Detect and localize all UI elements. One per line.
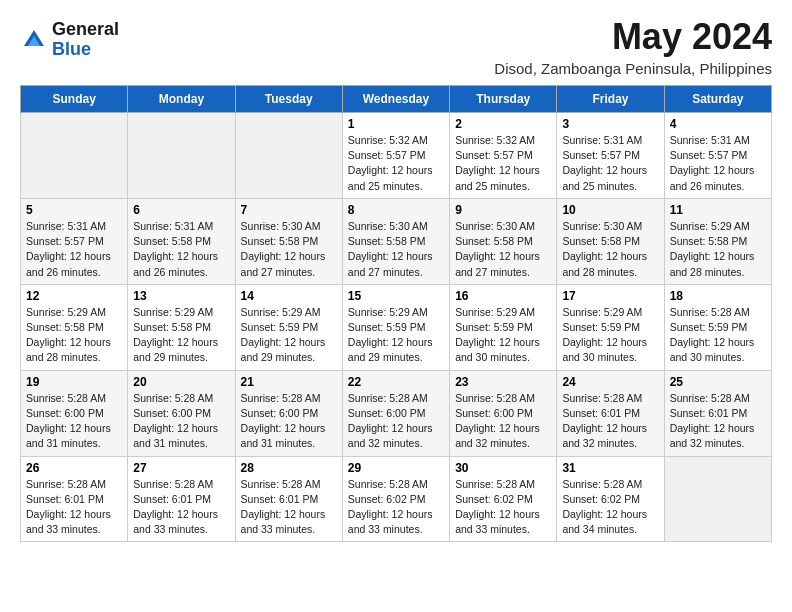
cell-info: Sunrise: 5:29 AMSunset: 5:59 PMDaylight:… bbox=[455, 305, 551, 366]
cell-info: Sunrise: 5:30 AMSunset: 5:58 PMDaylight:… bbox=[241, 219, 337, 280]
calendar-cell: 21Sunrise: 5:28 AMSunset: 6:00 PMDayligh… bbox=[235, 370, 342, 456]
day-number: 25 bbox=[670, 375, 766, 389]
day-number: 1 bbox=[348, 117, 444, 131]
calendar-cell bbox=[128, 113, 235, 199]
day-number: 24 bbox=[562, 375, 658, 389]
cell-content: 30Sunrise: 5:28 AMSunset: 6:02 PMDayligh… bbox=[455, 461, 551, 538]
calendar-day-header: Thursday bbox=[450, 86, 557, 113]
calendar-day-header: Sunday bbox=[21, 86, 128, 113]
calendar-cell: 14Sunrise: 5:29 AMSunset: 5:59 PMDayligh… bbox=[235, 284, 342, 370]
calendar-cell: 13Sunrise: 5:29 AMSunset: 5:58 PMDayligh… bbox=[128, 284, 235, 370]
calendar-cell: 18Sunrise: 5:28 AMSunset: 5:59 PMDayligh… bbox=[664, 284, 771, 370]
calendar-cell: 17Sunrise: 5:29 AMSunset: 5:59 PMDayligh… bbox=[557, 284, 664, 370]
calendar-cell: 29Sunrise: 5:28 AMSunset: 6:02 PMDayligh… bbox=[342, 456, 449, 542]
cell-content: 4Sunrise: 5:31 AMSunset: 5:57 PMDaylight… bbox=[670, 117, 766, 194]
cell-info: Sunrise: 5:31 AMSunset: 5:57 PMDaylight:… bbox=[562, 133, 658, 194]
cell-content: 27Sunrise: 5:28 AMSunset: 6:01 PMDayligh… bbox=[133, 461, 229, 538]
cell-content: 12Sunrise: 5:29 AMSunset: 5:58 PMDayligh… bbox=[26, 289, 122, 366]
cell-info: Sunrise: 5:31 AMSunset: 5:58 PMDaylight:… bbox=[133, 219, 229, 280]
cell-content: 7Sunrise: 5:30 AMSunset: 5:58 PMDaylight… bbox=[241, 203, 337, 280]
calendar-cell bbox=[235, 113, 342, 199]
cell-content: 18Sunrise: 5:28 AMSunset: 5:59 PMDayligh… bbox=[670, 289, 766, 366]
logo-icon bbox=[20, 26, 48, 54]
calendar-cell: 23Sunrise: 5:28 AMSunset: 6:00 PMDayligh… bbox=[450, 370, 557, 456]
page-container: General Blue May 2024 Disod, Zamboanga P… bbox=[0, 0, 792, 558]
logo-blue: Blue bbox=[52, 40, 119, 60]
cell-content: 16Sunrise: 5:29 AMSunset: 5:59 PMDayligh… bbox=[455, 289, 551, 366]
calendar-cell: 10Sunrise: 5:30 AMSunset: 5:58 PMDayligh… bbox=[557, 198, 664, 284]
calendar-week-row: 26Sunrise: 5:28 AMSunset: 6:01 PMDayligh… bbox=[21, 456, 772, 542]
day-number: 14 bbox=[241, 289, 337, 303]
cell-info: Sunrise: 5:28 AMSunset: 6:02 PMDaylight:… bbox=[455, 477, 551, 538]
cell-info: Sunrise: 5:28 AMSunset: 6:00 PMDaylight:… bbox=[348, 391, 444, 452]
calendar-week-row: 5Sunrise: 5:31 AMSunset: 5:57 PMDaylight… bbox=[21, 198, 772, 284]
cell-content: 29Sunrise: 5:28 AMSunset: 6:02 PMDayligh… bbox=[348, 461, 444, 538]
cell-content: 21Sunrise: 5:28 AMSunset: 6:00 PMDayligh… bbox=[241, 375, 337, 452]
cell-info: Sunrise: 5:31 AMSunset: 5:57 PMDaylight:… bbox=[670, 133, 766, 194]
cell-content: 9Sunrise: 5:30 AMSunset: 5:58 PMDaylight… bbox=[455, 203, 551, 280]
calendar-cell: 19Sunrise: 5:28 AMSunset: 6:00 PMDayligh… bbox=[21, 370, 128, 456]
calendar-day-header: Tuesday bbox=[235, 86, 342, 113]
calendar-cell: 30Sunrise: 5:28 AMSunset: 6:02 PMDayligh… bbox=[450, 456, 557, 542]
cell-content: 6Sunrise: 5:31 AMSunset: 5:58 PMDaylight… bbox=[133, 203, 229, 280]
calendar-week-row: 12Sunrise: 5:29 AMSunset: 5:58 PMDayligh… bbox=[21, 284, 772, 370]
calendar-day-header: Friday bbox=[557, 86, 664, 113]
day-number: 12 bbox=[26, 289, 122, 303]
calendar-cell bbox=[664, 456, 771, 542]
calendar-cell bbox=[21, 113, 128, 199]
cell-info: Sunrise: 5:28 AMSunset: 6:01 PMDaylight:… bbox=[26, 477, 122, 538]
calendar-day-header: Monday bbox=[128, 86, 235, 113]
day-number: 22 bbox=[348, 375, 444, 389]
cell-content: 1Sunrise: 5:32 AMSunset: 5:57 PMDaylight… bbox=[348, 117, 444, 194]
calendar-week-row: 1Sunrise: 5:32 AMSunset: 5:57 PMDaylight… bbox=[21, 113, 772, 199]
cell-content: 23Sunrise: 5:28 AMSunset: 6:00 PMDayligh… bbox=[455, 375, 551, 452]
day-number: 6 bbox=[133, 203, 229, 217]
month-year-title: May 2024 bbox=[494, 16, 772, 58]
calendar-cell: 6Sunrise: 5:31 AMSunset: 5:58 PMDaylight… bbox=[128, 198, 235, 284]
day-number: 31 bbox=[562, 461, 658, 475]
cell-info: Sunrise: 5:29 AMSunset: 5:58 PMDaylight:… bbox=[26, 305, 122, 366]
day-number: 20 bbox=[133, 375, 229, 389]
calendar-cell: 20Sunrise: 5:28 AMSunset: 6:00 PMDayligh… bbox=[128, 370, 235, 456]
calendar-cell: 8Sunrise: 5:30 AMSunset: 5:58 PMDaylight… bbox=[342, 198, 449, 284]
day-number: 19 bbox=[26, 375, 122, 389]
calendar-cell: 5Sunrise: 5:31 AMSunset: 5:57 PMDaylight… bbox=[21, 198, 128, 284]
calendar-cell: 24Sunrise: 5:28 AMSunset: 6:01 PMDayligh… bbox=[557, 370, 664, 456]
cell-content: 3Sunrise: 5:31 AMSunset: 5:57 PMDaylight… bbox=[562, 117, 658, 194]
cell-info: Sunrise: 5:28 AMSunset: 6:01 PMDaylight:… bbox=[133, 477, 229, 538]
day-number: 5 bbox=[26, 203, 122, 217]
cell-content: 28Sunrise: 5:28 AMSunset: 6:01 PMDayligh… bbox=[241, 461, 337, 538]
day-number: 11 bbox=[670, 203, 766, 217]
day-number: 2 bbox=[455, 117, 551, 131]
calendar-cell: 22Sunrise: 5:28 AMSunset: 6:00 PMDayligh… bbox=[342, 370, 449, 456]
cell-content: 17Sunrise: 5:29 AMSunset: 5:59 PMDayligh… bbox=[562, 289, 658, 366]
cell-content: 22Sunrise: 5:28 AMSunset: 6:00 PMDayligh… bbox=[348, 375, 444, 452]
cell-content: 11Sunrise: 5:29 AMSunset: 5:58 PMDayligh… bbox=[670, 203, 766, 280]
cell-info: Sunrise: 5:29 AMSunset: 5:59 PMDaylight:… bbox=[562, 305, 658, 366]
location-subtitle: Disod, Zamboanga Peninsula, Philippines bbox=[494, 60, 772, 77]
logo-text: General Blue bbox=[52, 20, 119, 60]
cell-content: 19Sunrise: 5:28 AMSunset: 6:00 PMDayligh… bbox=[26, 375, 122, 452]
calendar-cell: 9Sunrise: 5:30 AMSunset: 5:58 PMDaylight… bbox=[450, 198, 557, 284]
cell-info: Sunrise: 5:28 AMSunset: 6:02 PMDaylight:… bbox=[348, 477, 444, 538]
day-number: 29 bbox=[348, 461, 444, 475]
cell-content: 14Sunrise: 5:29 AMSunset: 5:59 PMDayligh… bbox=[241, 289, 337, 366]
cell-info: Sunrise: 5:28 AMSunset: 6:00 PMDaylight:… bbox=[455, 391, 551, 452]
cell-info: Sunrise: 5:30 AMSunset: 5:58 PMDaylight:… bbox=[455, 219, 551, 280]
calendar-cell: 26Sunrise: 5:28 AMSunset: 6:01 PMDayligh… bbox=[21, 456, 128, 542]
day-number: 7 bbox=[241, 203, 337, 217]
day-number: 10 bbox=[562, 203, 658, 217]
cell-content: 20Sunrise: 5:28 AMSunset: 6:00 PMDayligh… bbox=[133, 375, 229, 452]
calendar-cell: 1Sunrise: 5:32 AMSunset: 5:57 PMDaylight… bbox=[342, 113, 449, 199]
calendar-cell: 2Sunrise: 5:32 AMSunset: 5:57 PMDaylight… bbox=[450, 113, 557, 199]
calendar-header-row: SundayMondayTuesdayWednesdayThursdayFrid… bbox=[21, 86, 772, 113]
cell-content: 13Sunrise: 5:29 AMSunset: 5:58 PMDayligh… bbox=[133, 289, 229, 366]
calendar-cell: 3Sunrise: 5:31 AMSunset: 5:57 PMDaylight… bbox=[557, 113, 664, 199]
calendar-week-row: 19Sunrise: 5:28 AMSunset: 6:00 PMDayligh… bbox=[21, 370, 772, 456]
day-number: 18 bbox=[670, 289, 766, 303]
day-number: 23 bbox=[455, 375, 551, 389]
day-number: 17 bbox=[562, 289, 658, 303]
calendar-day-header: Saturday bbox=[664, 86, 771, 113]
calendar-cell: 31Sunrise: 5:28 AMSunset: 6:02 PMDayligh… bbox=[557, 456, 664, 542]
calendar-cell: 25Sunrise: 5:28 AMSunset: 6:01 PMDayligh… bbox=[664, 370, 771, 456]
